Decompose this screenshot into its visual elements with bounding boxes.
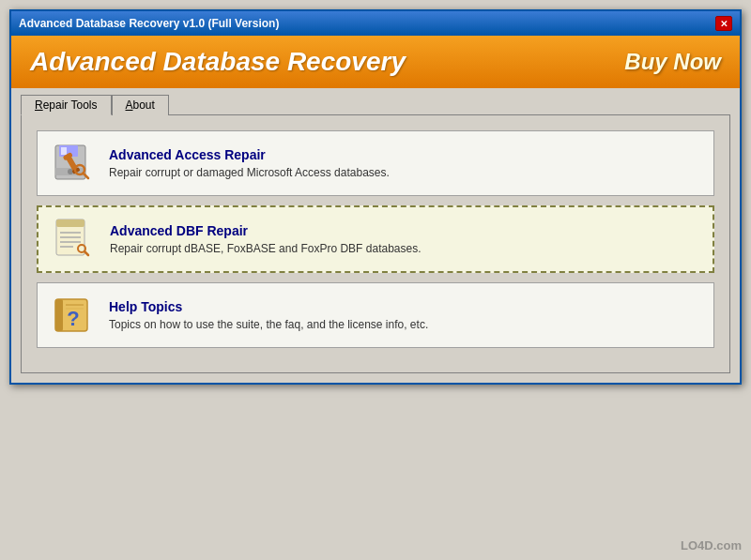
tab-repair-tools-label: epair Tools xyxy=(43,98,98,112)
dbf-repair-desc: Repair corrupt dBASE, FoxBASE and FoxPro… xyxy=(110,242,699,255)
title-bar-controls: ✕ xyxy=(715,16,732,31)
svg-line-17 xyxy=(84,251,88,255)
close-button[interactable]: ✕ xyxy=(715,16,732,31)
access-repair-desc: Repair corrupt or damaged Microsoft Acce… xyxy=(109,166,700,179)
access-repair-icon xyxy=(51,141,96,186)
buy-now-label[interactable]: Buy Now xyxy=(624,49,721,75)
svg-rect-2 xyxy=(61,147,67,155)
help-topics-icon: ? xyxy=(51,293,96,338)
title-bar: Advanced Database Recovery v1.0 (Full Ve… xyxy=(11,11,740,36)
help-topics-text: Help Topics Topics on how to use the sui… xyxy=(109,299,700,331)
app-title: Advanced Database Recovery xyxy=(30,47,406,77)
help-topics-svg: ? xyxy=(52,294,95,337)
tool-item-dbf-repair[interactable]: Advanced DBF Repair Repair corrupt dBASE… xyxy=(37,205,714,273)
main-window: Advanced Database Recovery v1.0 (Full Ve… xyxy=(9,9,742,385)
tab-about[interactable]: About xyxy=(112,95,169,115)
tool-item-help-topics[interactable]: ? Help Topics Topics on how to use the s… xyxy=(37,282,714,348)
access-repair-svg xyxy=(52,142,95,185)
content-panel: Advanced Access Repair Repair corrupt or… xyxy=(21,114,730,373)
tab-about-label: bout xyxy=(133,98,155,112)
dbf-repair-icon xyxy=(52,217,97,262)
help-topics-desc: Topics on how to use the suite, the faq,… xyxy=(109,318,700,331)
window-title: Advanced Database Recovery v1.0 (Full Ve… xyxy=(19,17,279,30)
access-repair-title: Advanced Access Repair xyxy=(109,147,700,162)
tool-item-access-repair[interactable]: Advanced Access Repair Repair corrupt or… xyxy=(37,130,714,196)
svg-rect-19 xyxy=(55,299,63,331)
help-topics-title: Help Topics xyxy=(109,299,700,314)
access-repair-text: Advanced Access Repair Repair corrupt or… xyxy=(109,147,700,179)
tab-bar: Repair Tools About xyxy=(11,88,740,114)
svg-text:?: ? xyxy=(67,307,79,330)
dbf-repair-svg xyxy=(53,218,96,261)
svg-rect-11 xyxy=(56,219,84,227)
tab-repair-tools[interactable]: Repair Tools xyxy=(21,95,112,115)
watermark: LO4D.com xyxy=(681,538,742,552)
dbf-repair-text: Advanced DBF Repair Repair corrupt dBASE… xyxy=(110,223,699,255)
dbf-repair-title: Advanced DBF Repair xyxy=(110,223,699,238)
app-header: Advanced Database Recovery Buy Now xyxy=(11,36,740,88)
